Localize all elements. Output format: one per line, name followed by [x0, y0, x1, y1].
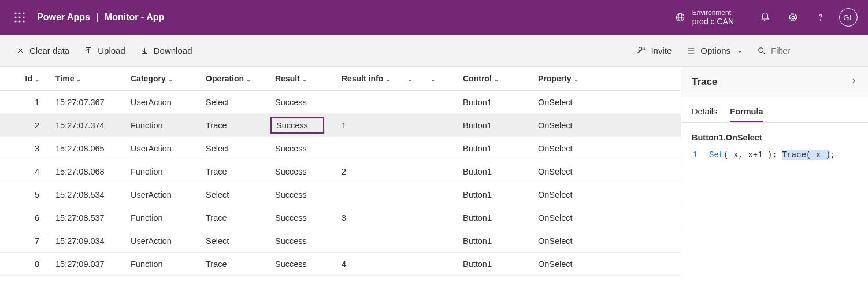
filter-field[interactable] — [757, 46, 852, 55]
help-button[interactable] — [807, 0, 834, 35]
cell: 4 — [337, 253, 400, 276]
globe-icon — [675, 12, 685, 23]
download-label: Download — [154, 46, 192, 55]
cell: 6 — [10, 206, 51, 229]
table-row[interactable]: 215:27:07.374FunctionTraceSuccess1Button… — [0, 114, 681, 137]
cell: OnSelect — [533, 137, 681, 160]
list-icon — [687, 46, 696, 55]
collapse-panel-button[interactable] — [850, 76, 858, 88]
cell — [400, 160, 424, 183]
cell: Select — [201, 183, 270, 206]
cell: Success — [270, 229, 337, 253]
col-time[interactable]: Time⌄ — [51, 67, 126, 91]
cell: UserAction — [126, 229, 201, 253]
cell: Trace — [201, 253, 270, 276]
cell: 15:27:07.367 — [51, 91, 126, 114]
environment-text: Environment prod c CAN — [692, 9, 734, 26]
tab-details[interactable]: Details — [692, 107, 717, 122]
cell — [400, 137, 424, 160]
cell — [400, 253, 424, 276]
cell: OnSelect — [533, 206, 681, 229]
chevron-down-icon: ⌄ — [35, 76, 39, 83]
table-row[interactable]: 715:27:09.034UserActionSelectSuccessButt… — [0, 229, 681, 253]
upload-label: Upload — [98, 46, 125, 55]
cell: Function — [126, 114, 201, 137]
cell — [424, 91, 458, 114]
panel-title: Trace — [692, 76, 717, 88]
cell: 1 — [10, 91, 51, 114]
waffle-button[interactable] — [6, 12, 34, 23]
cell — [400, 91, 424, 114]
cell — [400, 183, 424, 206]
col-extra-1[interactable]: ⌄ — [400, 67, 424, 91]
chevron-down-icon: ⌄ — [246, 76, 251, 83]
upload-button[interactable]: Upload — [84, 46, 125, 55]
formula-code: 1 Set( x, x+1 ); Trace( x ); — [692, 150, 858, 160]
environment-picker[interactable]: Environment prod c CAN — [675, 9, 734, 26]
header-row: Id⌄ Time⌄ Category⌄ Operation⌄ Result⌄ R… — [0, 67, 681, 91]
cell: 8 — [10, 253, 51, 276]
main-area: Id⌄ Time⌄ Category⌄ Operation⌄ Result⌄ R… — [0, 67, 868, 304]
cell: UserAction — [126, 183, 201, 206]
chevron-down-icon: ⌄ — [76, 76, 81, 83]
col-control[interactable]: Control⌄ — [458, 67, 533, 91]
cell: Button1 — [458, 206, 533, 229]
col-property[interactable]: Property⌄ — [533, 67, 681, 91]
cell: Button1 — [458, 114, 533, 137]
cell — [400, 206, 424, 229]
panel-body: Button1.OnSelect 1 Set( x, x+1 ); Trace(… — [681, 123, 868, 170]
clear-data-button[interactable]: Clear data — [16, 46, 69, 55]
col-category[interactable]: Category⌄ — [126, 67, 201, 91]
table-row[interactable]: 115:27:07.367UserActionSelectSuccessButt… — [0, 91, 681, 114]
cell — [424, 183, 458, 206]
chevron-down-icon: ⌄ — [574, 76, 578, 83]
cell: Function — [126, 206, 201, 229]
svg-point-11 — [792, 16, 795, 19]
cell: OnSelect — [533, 114, 681, 137]
table-row[interactable]: 315:27:08.065UserActionSelectSuccessButt… — [0, 137, 681, 160]
cell: 5 — [10, 183, 51, 206]
cell — [0, 229, 10, 253]
cell: Function — [126, 160, 201, 183]
cell: Select — [201, 91, 270, 114]
brand-subtitle: Monitor - App — [105, 12, 164, 22]
cell: 3 — [337, 206, 400, 229]
col-extra-2[interactable]: ⌄ — [424, 67, 458, 91]
col-id[interactable]: Id⌄ — [10, 67, 51, 91]
table-row[interactable]: 515:27:08.534UserActionSelectSuccessButt… — [0, 183, 681, 206]
chevron-right-icon — [850, 77, 858, 85]
app-header: Power Apps | Monitor - App Environment p… — [0, 0, 868, 35]
table-row[interactable]: 615:27:08.537FunctionTraceSuccess3Button… — [0, 206, 681, 229]
user-initials: GL — [843, 13, 853, 22]
events-table: Id⌄ Time⌄ Category⌄ Operation⌄ Result⌄ R… — [0, 67, 681, 276]
svg-point-7 — [18, 21, 20, 23]
col-result-info[interactable]: Result info⌄ — [337, 67, 400, 91]
svg-point-13 — [639, 47, 643, 51]
cell — [337, 137, 400, 160]
cell — [0, 91, 10, 114]
options-button[interactable]: Options ⌄ — [687, 46, 742, 55]
user-avatar[interactable]: GL — [839, 8, 858, 27]
bell-icon — [760, 12, 770, 23]
download-button[interactable]: Download — [140, 46, 192, 55]
cell: UserAction — [126, 91, 201, 114]
download-icon — [140, 46, 149, 55]
cell: Trace — [201, 114, 270, 137]
invite-button[interactable]: Invite — [636, 46, 672, 55]
cell — [337, 183, 400, 206]
settings-button[interactable] — [779, 0, 807, 35]
cell: Trace — [201, 206, 270, 229]
question-icon — [815, 12, 826, 23]
notifications-button[interactable] — [751, 0, 779, 35]
tab-formula[interactable]: Formula — [730, 107, 763, 122]
upload-icon — [84, 46, 93, 55]
table-row[interactable]: 815:27:09.037FunctionTraceSuccess4Button… — [0, 253, 681, 276]
environment-label: Environment — [692, 9, 734, 17]
col-operation[interactable]: Operation⌄ — [201, 67, 270, 91]
cell: 15:27:08.534 — [51, 183, 126, 206]
filter-input[interactable] — [771, 46, 852, 55]
table-row[interactable]: 415:27:08.068FunctionTraceSuccess2Button… — [0, 160, 681, 183]
person-add-icon — [636, 46, 646, 55]
col-result[interactable]: Result⌄ — [270, 67, 337, 91]
cell: Success — [270, 253, 337, 276]
